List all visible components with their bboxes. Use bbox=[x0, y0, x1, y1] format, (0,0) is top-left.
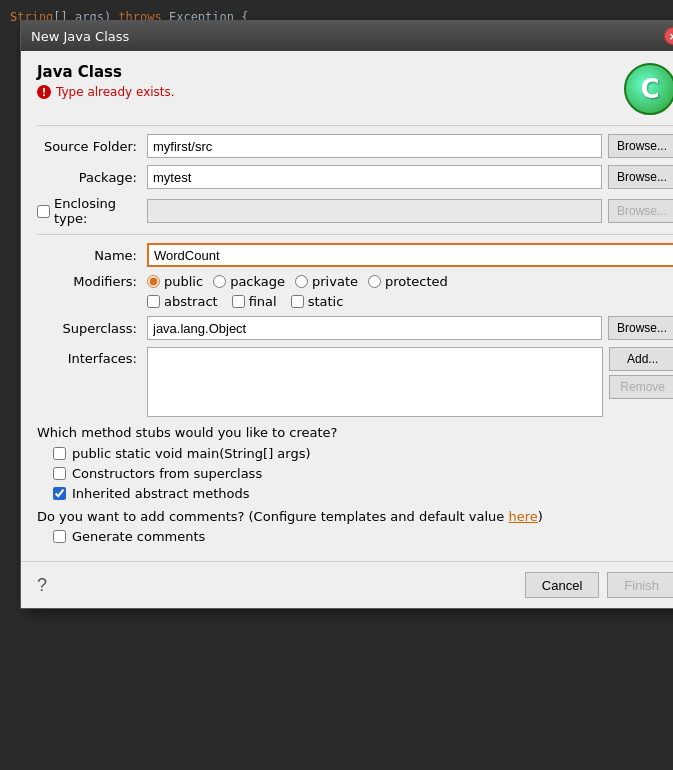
superclass-browse-button[interactable]: Browse... bbox=[608, 316, 673, 340]
comments-here-link[interactable]: here bbox=[508, 509, 537, 524]
modifier-static-option: static bbox=[291, 294, 344, 309]
stub-main-label: public static void main(String[] args) bbox=[72, 446, 311, 461]
dialog-body: Java Class ! Type already exists. C Sour… bbox=[21, 51, 673, 561]
finish-button[interactable]: Finish bbox=[607, 572, 673, 598]
name-label: Name: bbox=[37, 248, 147, 263]
modifier-public-radio[interactable] bbox=[147, 275, 160, 288]
dialog-class-heading: Java Class bbox=[37, 63, 175, 81]
dialog-title: New Java Class bbox=[31, 29, 129, 44]
modifiers-row: Modifiers: public package bbox=[37, 274, 673, 309]
stub-main-checkbox[interactable] bbox=[53, 447, 66, 460]
modifier-final-label: final bbox=[249, 294, 277, 309]
new-java-class-dialog: New Java Class × Java Class ! Type alrea… bbox=[20, 20, 673, 609]
enclosing-type-browse-button[interactable]: Browse... bbox=[608, 199, 673, 223]
stub-row-constructors: Constructors from superclass bbox=[53, 466, 673, 481]
source-folder-input[interactable] bbox=[147, 134, 602, 158]
bottom-buttons-bar: ? Cancel Finish bbox=[21, 561, 673, 608]
package-row: Package: Browse... bbox=[37, 165, 673, 189]
modifiers-options: public package private protected bbox=[147, 274, 673, 309]
interfaces-remove-button[interactable]: Remove bbox=[609, 375, 673, 399]
close-button[interactable]: × bbox=[664, 27, 673, 45]
modifier-public-option: public bbox=[147, 274, 203, 289]
modifier-abstract-label: abstract bbox=[164, 294, 218, 309]
dialog-header-left: Java Class ! Type already exists. bbox=[37, 63, 175, 99]
modifier-public-label: public bbox=[164, 274, 203, 289]
error-row: ! Type already exists. bbox=[37, 85, 175, 99]
modifier-private-radio[interactable] bbox=[295, 275, 308, 288]
package-label: Package: bbox=[37, 170, 147, 185]
modifier-abstract-checkbox[interactable] bbox=[147, 295, 160, 308]
comments-question-suffix: ) bbox=[538, 509, 543, 524]
name-input[interactable] bbox=[147, 243, 673, 267]
help-button[interactable]: ? bbox=[37, 575, 47, 596]
cancel-button[interactable]: Cancel bbox=[525, 572, 599, 598]
modifier-abstract-option: abstract bbox=[147, 294, 218, 309]
modifier-protected-option: protected bbox=[368, 274, 448, 289]
generate-comments-row: Generate comments bbox=[53, 529, 673, 544]
stub-constructors-label: Constructors from superclass bbox=[72, 466, 262, 481]
dialog-overlay: New Java Class × Java Class ! Type alrea… bbox=[0, 0, 673, 770]
stub-constructors-checkbox[interactable] bbox=[53, 467, 66, 480]
modifiers-checkbox-row: abstract final static bbox=[147, 294, 673, 309]
interfaces-row: Interfaces: Add... Remove bbox=[37, 347, 673, 417]
groovy-logo-icon: C bbox=[624, 63, 673, 115]
generate-comments-label: Generate comments bbox=[72, 529, 205, 544]
interfaces-action-buttons: Add... Remove bbox=[609, 347, 673, 399]
stub-inherited-label: Inherited abstract methods bbox=[72, 486, 250, 501]
comments-section: Do you want to add comments? (Configure … bbox=[37, 509, 673, 544]
modifier-protected-label: protected bbox=[385, 274, 448, 289]
separator-2 bbox=[37, 234, 673, 235]
stub-row-main: public static void main(String[] args) bbox=[53, 446, 673, 461]
error-icon: ! bbox=[37, 85, 51, 99]
enclosing-type-label: Enclosing type: bbox=[54, 196, 137, 226]
modifier-private-label: private bbox=[312, 274, 358, 289]
modifier-protected-radio[interactable] bbox=[368, 275, 381, 288]
comments-question: Do you want to add comments? (Configure … bbox=[37, 509, 673, 524]
source-folder-row: Source Folder: Browse... bbox=[37, 134, 673, 158]
comments-question-prefix: Do you want to add comments? (Configure … bbox=[37, 509, 508, 524]
source-folder-browse-button[interactable]: Browse... bbox=[608, 134, 673, 158]
enclosing-type-input[interactable] bbox=[147, 199, 602, 223]
modifier-final-checkbox[interactable] bbox=[232, 295, 245, 308]
package-browse-button[interactable]: Browse... bbox=[608, 165, 673, 189]
interfaces-add-button[interactable]: Add... bbox=[609, 347, 673, 371]
interfaces-textarea[interactable] bbox=[147, 347, 603, 417]
generate-comments-checkbox[interactable] bbox=[53, 530, 66, 543]
modifier-package-option: package bbox=[213, 274, 285, 289]
interfaces-label: Interfaces: bbox=[37, 347, 147, 366]
modifier-package-radio[interactable] bbox=[213, 275, 226, 288]
enclosing-type-row: Enclosing type: Browse... bbox=[37, 196, 673, 226]
error-message: Type already exists. bbox=[56, 85, 175, 99]
modifier-private-option: private bbox=[295, 274, 358, 289]
stub-row-inherited: Inherited abstract methods bbox=[53, 486, 673, 501]
dialog-header: Java Class ! Type already exists. C bbox=[37, 63, 673, 115]
superclass-row: Superclass: Browse... bbox=[37, 316, 673, 340]
stubs-section: public static void main(String[] args) C… bbox=[53, 446, 673, 501]
modifier-package-label: package bbox=[230, 274, 285, 289]
modifier-static-label: static bbox=[308, 294, 344, 309]
name-row: Name: bbox=[37, 243, 673, 267]
modifiers-label: Modifiers: bbox=[37, 274, 147, 289]
package-input[interactable] bbox=[147, 165, 602, 189]
separator-1 bbox=[37, 125, 673, 126]
superclass-input[interactable] bbox=[147, 316, 602, 340]
modifier-final-option: final bbox=[232, 294, 277, 309]
source-folder-label: Source Folder: bbox=[37, 139, 147, 154]
stubs-question: Which method stubs would you like to cre… bbox=[37, 425, 673, 440]
stub-inherited-checkbox[interactable] bbox=[53, 487, 66, 500]
enclosing-type-checkbox[interactable] bbox=[37, 205, 50, 218]
modifiers-radio-row: public package private protected bbox=[147, 274, 673, 289]
title-bar: New Java Class × bbox=[21, 21, 673, 51]
modifier-static-checkbox[interactable] bbox=[291, 295, 304, 308]
superclass-label: Superclass: bbox=[37, 321, 147, 336]
